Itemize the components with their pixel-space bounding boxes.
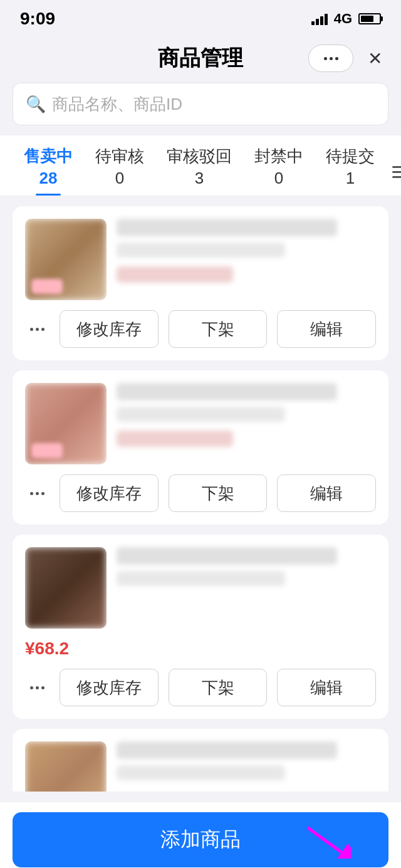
takedown-button-2[interactable]: 下架 [169,474,268,512]
product-details-1 [117,219,376,300]
close-button[interactable]: ✕ [361,44,388,72]
tab-menu-button[interactable] [386,156,401,188]
tab-pending-label: 待审核 [95,145,144,167]
product-thumbnail-3 [25,547,107,629]
add-product-button[interactable]: 添加商品 [13,812,388,867]
header-more-button[interactable] [308,44,353,72]
product-subtitle-blur-3 [117,571,285,586]
product-image-3 [25,547,107,629]
tab-selling-label: 售卖中 [24,145,73,167]
product-price-blur-2 [117,431,233,447]
tabs-bar: 售卖中 28 待审核 0 审核驳回 3 封禁中 0 待提交 1 [0,135,401,196]
search-icon: 🔍 [26,95,46,114]
page-title: 商品管理 [158,44,243,73]
tab-banned-label: 封禁中 [254,145,303,167]
product-name-blur-3 [117,547,337,565]
product-price-blur-1 [117,266,233,283]
add-product-label: 添加商品 [160,826,241,854]
product-actions-3: 修改库存 下架 编辑 [25,669,376,706]
product-actions-2: 修改库存 下架 编辑 [25,474,376,512]
product-name-blur-partial [117,741,337,759]
tab-waitsubmit-count: 1 [346,169,355,188]
status-bar: 9:09 4G [0,0,401,38]
header: 商品管理 ✕ [0,38,401,83]
product-card: 修改库存 下架 编辑 [13,206,388,360]
tab-rejected-count: 3 [195,169,204,188]
product-thumbnail-2 [25,383,107,464]
product-info-row-3 [25,547,376,629]
close-icon: ✕ [368,48,382,69]
more-dots-icon [324,57,338,60]
edit-button-1[interactable]: 编辑 [277,310,376,348]
network-type: 4G [334,11,352,27]
takedown-button-1[interactable]: 下架 [169,310,268,348]
battery-fill [361,16,373,22]
edit-button-2[interactable]: 编辑 [277,474,376,512]
tab-waitsubmit[interactable]: 待提交 1 [315,135,386,196]
status-time: 9:09 [20,9,55,29]
svg-line-1 [307,827,341,852]
tab-waitsubmit-label: 待提交 [326,145,375,167]
products-list: 修改库存 下架 编辑 修改库存 下架 编辑 [0,196,401,802]
header-actions: ✕ [308,44,388,72]
product-badge-2 [31,443,63,458]
signal-icon [311,13,328,25]
status-icons: 4G [311,11,381,27]
product-info-row-2 [25,383,376,464]
search-bar[interactable]: 🔍 商品名称、商品ID [13,83,388,125]
tab-pending-count: 0 [115,169,124,188]
search-bar-wrap: 🔍 商品名称、商品ID [0,83,401,135]
product-actions-1: 修改库存 下架 编辑 [25,310,376,348]
product-card-3: ¥68.2 修改库存 下架 编辑 [13,535,388,719]
product-details-2 [117,383,376,464]
edit-button-3[interactable]: 编辑 [277,669,376,706]
product-info-row [25,219,376,300]
hamburger-icon [392,166,401,178]
product-thumbnail-partial [25,741,107,792]
tab-banned-count: 0 [274,169,283,188]
tab-banned[interactable]: 封禁中 0 [243,135,315,196]
battery-icon [358,13,381,24]
product-more-button-3[interactable] [25,684,49,692]
product-subtitle-blur-1 [117,243,285,258]
product-details-partial [117,741,376,792]
product-name-blur-2 [117,383,337,400]
product-thumbnail [25,219,107,300]
product-price-3: ¥68.2 [25,639,376,659]
modify-stock-button-1[interactable]: 修改库存 [60,310,159,348]
product-subtitle-blur-partial [117,765,285,780]
modify-stock-button-2[interactable]: 修改库存 [60,474,159,512]
product-more-button-2[interactable] [25,489,49,498]
tab-rejected-label: 审核驳回 [167,145,232,167]
product-more-button-1[interactable] [25,325,49,333]
add-product-btn-wrap: 添加商品 [0,802,401,868]
product-image-partial [25,741,107,792]
product-badge-1 [31,279,63,294]
tab-selling[interactable]: 售卖中 28 [13,135,84,196]
modify-stock-button-3[interactable]: 修改库存 [60,669,159,706]
search-placeholder: 商品名称、商品ID [52,93,182,115]
product-card-2: 修改库存 下架 编辑 [13,370,388,525]
product-name-blur-1 [117,219,337,236]
arrow-icon [307,821,351,859]
product-details-3 [117,547,376,629]
tab-selling-count: 28 [39,169,58,188]
product-info-row-partial [25,741,376,792]
tab-rejected[interactable]: 审核驳回 3 [155,135,243,196]
tabs-list: 售卖中 28 待审核 0 审核驳回 3 封禁中 0 待提交 1 [13,135,386,196]
product-subtitle-blur-2 [117,407,285,422]
product-card-partial [13,729,388,792]
tab-pending[interactable]: 待审核 0 [84,135,155,196]
takedown-button-3[interactable]: 下架 [169,669,268,706]
